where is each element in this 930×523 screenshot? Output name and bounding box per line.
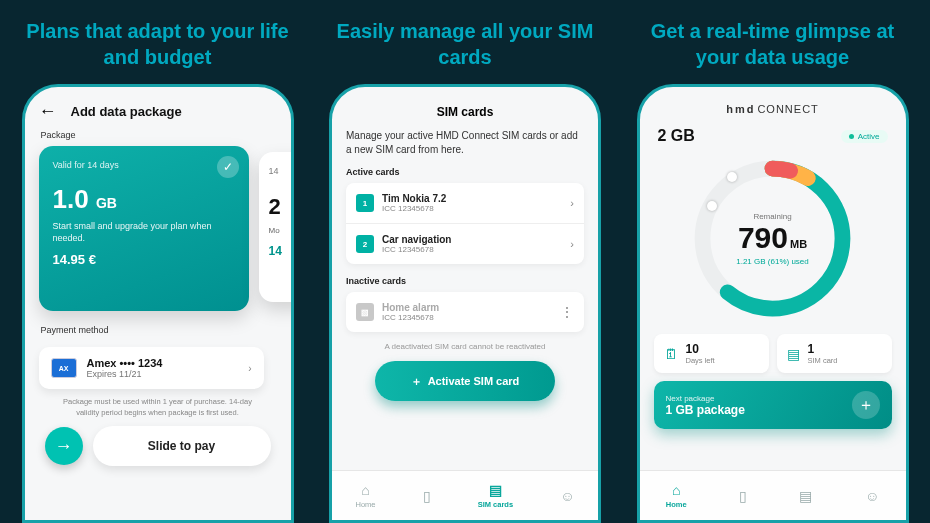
phone-screen-plans: ← Add data package Package ✓ Valid for 1… [22,84,294,523]
plus-icon: ＋ [411,374,422,389]
package-validity: Valid for 14 days [53,160,235,170]
nav-profile[interactable]: ☺ [865,488,879,504]
intro-text: Manage your active HMD Connect SIM cards… [346,129,584,157]
chevron-right-icon: › [570,238,574,250]
deactivation-note: A deactivated SIM card cannot be reactiv… [346,342,584,351]
package-price: 14.95 € [53,252,235,267]
inactive-sim-list: ▧ Home alarm ICC 12345678 ⋮ [346,292,584,332]
sim-icon: ▤ [799,488,812,504]
sim-icon: 2 [356,235,374,253]
page-title: SIM cards [346,105,584,119]
calendar-icon: 🗓 [664,346,678,362]
data-icon: ▯ [423,488,431,504]
data-icon: ▯ [739,488,747,504]
package-desc: Start small and upgrade your plan when n… [53,221,235,244]
nav-home[interactable]: ⌂Home [666,482,687,509]
nav-data[interactable]: ▯ [423,488,431,504]
sim-icon: 1 [356,194,374,212]
inactive-cards-label: Inactive cards [346,276,584,286]
phone-screen-sim: SIM cards Manage your active HMD Connect… [329,84,601,523]
headline-sim: Easily manage all your SIM cards [318,0,613,84]
profile-icon: ☺ [865,488,879,504]
package-section-label: Package [41,130,277,140]
activate-sim-button[interactable]: ＋ Activate SIM card [375,361,555,401]
home-icon: ⌂ [672,482,680,498]
page-title: Add data package [71,104,182,119]
sim-disabled-icon: ▧ [356,303,374,321]
card-name: Amex •••• 1234 [87,357,163,369]
active-cards-label: Active cards [346,167,584,177]
days-left-card: 🗓 10 Days left [654,334,769,373]
sim-item-inactive[interactable]: ▧ Home alarm ICC 12345678 ⋮ [346,292,584,332]
remaining-label: Remaining [753,212,791,221]
next-package-card[interactable]: Next package 1 GB package ＋ [654,381,892,429]
phone-screen-usage: hmdCONNECT 2 GB Active Remaining 790MB 1… [637,84,909,523]
profile-icon: ☺ [560,488,574,504]
payment-section-label: Payment method [41,325,277,335]
amex-logo-icon: AX [51,358,77,378]
add-package-button[interactable]: ＋ [852,391,880,419]
card-expiry: Expires 11/21 [87,369,163,379]
chevron-right-icon: › [570,197,574,209]
headline-usage: Get a real-time glimpse at your data usa… [625,0,920,84]
package-card-next[interactable]: 14 2 Mo 14 [259,152,294,302]
back-icon[interactable]: ← [39,101,57,122]
data-usage-donut: Remaining 790MB 1.21 GB (61%) used [685,151,860,326]
brand-logo: hmdCONNECT [654,103,892,115]
slide-to-pay-button[interactable]: Slide to pay [93,426,271,466]
status-badge: Active [841,130,888,143]
disclaimer-text: Package must be used within 1 year of pu… [39,389,277,426]
headline-plans: Plans that adapt to your life and budget [10,0,305,84]
nav-sim[interactable]: ▤ [799,488,812,504]
sim-icon: ▤ [787,346,800,362]
chevron-right-icon: › [248,363,251,374]
nav-data[interactable]: ▯ [739,488,747,504]
sim-item-active[interactable]: 1 Tim Nokia 7.2 ICC 12345678 › [346,183,584,224]
sim-count-card: ▤ 1 SIM card [777,334,892,373]
slide-arrow-button[interactable]: → [45,427,83,465]
active-sim-list: 1 Tim Nokia 7.2 ICC 12345678 › 2 Car nav… [346,183,584,264]
sim-item-active[interactable]: 2 Car navigation ICC 12345678 › [346,224,584,264]
sim-icon: ▤ [489,482,502,498]
payment-method-card[interactable]: AX Amex •••• 1234 Expires 11/21 › [39,347,264,389]
remaining-value: 790MB [738,223,807,253]
package-size: 1.0 GB [53,184,235,215]
bottom-nav: ⌂Home ▯ ▤SIM cards ☺ [332,470,598,520]
plan-size: 2 GB [658,127,695,145]
bottom-nav: ⌂Home ▯ ▤ ☺ [640,470,906,520]
package-card-selected[interactable]: ✓ Valid for 14 days 1.0 GB Start small a… [39,146,249,311]
used-text: 1.21 GB (61%) used [736,257,808,266]
nav-home[interactable]: ⌂Home [356,482,376,509]
home-icon: ⌂ [361,482,369,498]
nav-profile[interactable]: ☺ [560,488,574,504]
nav-sim[interactable]: ▤SIM cards [478,482,513,509]
